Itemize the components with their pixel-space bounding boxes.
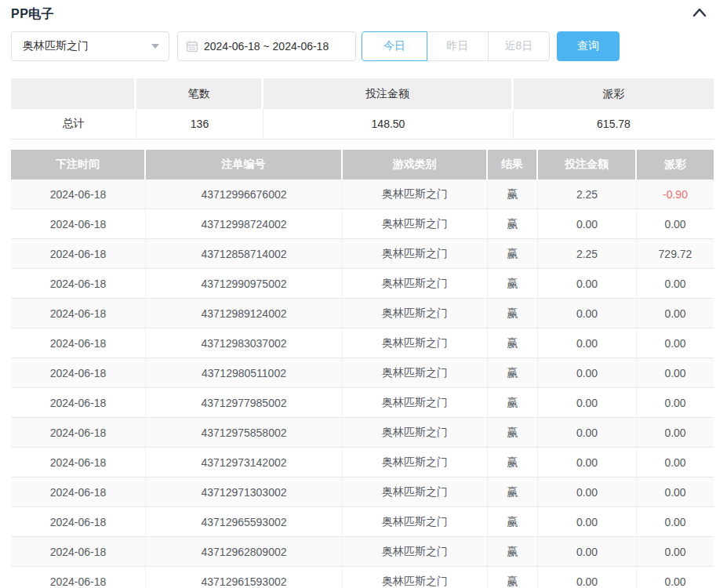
cell-game-category: 奥林匹斯之门 [343, 358, 488, 388]
cell-result: 赢 [488, 477, 538, 507]
cell-payout: 0.00 [637, 269, 714, 299]
table-row: 2024-06-1843712975858002奥林匹斯之门赢0.000.00 [11, 418, 714, 448]
cell-bet-amount: 0.00 [538, 448, 637, 477]
cell-bet-amount: 0.00 [538, 358, 637, 388]
cell-order-number: 43712977985002 [146, 388, 343, 418]
table-row: 2024-06-1843712977985002奥林匹斯之门赢0.000.00 [11, 388, 714, 418]
cell-payout: 0.00 [637, 507, 714, 537]
summary-table: 笔数 投注金额 派彩 总计 136 148.50 615.78 [11, 78, 714, 140]
cell-bet-time: 2024-06-18 [11, 358, 146, 388]
summary-header-payout: 派彩 [514, 78, 714, 109]
summary-total-label: 总计 [11, 109, 136, 140]
cell-result: 赢 [488, 239, 538, 269]
cell-bet-amount: 0.00 [538, 328, 637, 358]
cell-payout: 0.00 [637, 299, 714, 328]
chevron-up-icon [692, 7, 707, 20]
cell-order-number: 43712983037002 [146, 328, 343, 358]
records-body: 2024-06-1843712996676002奥林匹斯之门赢2.25-0.90… [11, 180, 714, 588]
cell-game-category: 奥林匹斯之门 [343, 448, 488, 477]
page-title: PP电子 [11, 7, 54, 20]
cell-game-category: 奥林匹斯之门 [343, 477, 488, 507]
cell-game-category: 奥林匹斯之门 [343, 269, 488, 299]
cell-payout: -0.90 [637, 180, 714, 209]
quick-range-button-group: 今日 昨日 近8日 [362, 31, 550, 61]
cell-order-number: 43712996676002 [146, 180, 343, 209]
today-button[interactable]: 今日 [362, 31, 427, 61]
chevron-down-icon [151, 44, 159, 49]
cell-bet-time: 2024-06-18 [11, 477, 146, 507]
cell-bet-time: 2024-06-18 [11, 537, 146, 567]
cell-payout: 0.00 [637, 567, 714, 588]
cell-result: 赢 [488, 537, 538, 567]
cell-bet-amount: 0.00 [538, 418, 637, 448]
collapse-panel-button[interactable] [691, 5, 708, 22]
cell-game-category: 奥林匹斯之门 [343, 388, 488, 418]
cell-game-category: 奥林匹斯之门 [343, 239, 488, 269]
cell-game-category: 奥林匹斯之门 [343, 180, 488, 209]
table-row: 2024-06-1843712973142002奥林匹斯之门赢0.000.00 [11, 448, 714, 477]
cell-payout: 0.00 [637, 418, 714, 448]
cell-bet-amount: 0.00 [538, 269, 637, 299]
cell-order-number: 43712973142002 [146, 448, 343, 477]
summary-total-count: 136 [136, 109, 264, 140]
cell-game-category: 奥林匹斯之门 [343, 537, 488, 567]
cell-game-category: 奥林匹斯之门 [343, 209, 488, 239]
cell-result: 赢 [488, 388, 538, 418]
cell-game-category: 奥林匹斯之门 [343, 299, 488, 328]
table-row: 2024-06-1843712996676002奥林匹斯之门赢2.25-0.90 [11, 180, 714, 209]
cell-bet-time: 2024-06-18 [11, 328, 146, 358]
cell-order-number: 43712965593002 [146, 507, 343, 537]
cell-order-number: 43712990975002 [146, 269, 343, 299]
cell-result: 赢 [488, 507, 538, 537]
cell-bet-time: 2024-06-18 [11, 388, 146, 418]
cell-bet-time: 2024-06-18 [11, 239, 146, 269]
table-row: 2024-06-1843712965593002奥林匹斯之门赢0.000.00 [11, 507, 714, 537]
summary-total-bet-amount: 148.50 [264, 109, 514, 140]
date-range-input[interactable]: 2024-06-18 ~ 2024-06-18 [177, 31, 356, 61]
pp-electronic-panel: PP电子 奥林匹斯之门 [0, 0, 716, 588]
table-row: 2024-06-1843712989124002奥林匹斯之门赢0.000.00 [11, 299, 714, 328]
cell-bet-time: 2024-06-18 [11, 567, 146, 588]
last-8-days-button[interactable]: 近8日 [488, 31, 550, 61]
cell-payout: 0.00 [637, 358, 714, 388]
query-button[interactable]: 查询 [557, 31, 620, 61]
cell-bet-amount: 2.25 [538, 239, 637, 269]
cell-order-number: 43712998724002 [146, 209, 343, 239]
column-header-order-number: 注单编号 [146, 150, 343, 180]
cell-game-category: 奥林匹斯之门 [343, 328, 488, 358]
summary-header-bet-amount: 投注金额 [264, 78, 514, 109]
cell-result: 赢 [488, 269, 538, 299]
summary-header-count: 笔数 [136, 78, 264, 109]
cell-bet-time: 2024-06-18 [11, 418, 146, 448]
table-row: 2024-06-1843712983037002奥林匹斯之门赢0.000.00 [11, 328, 714, 358]
column-header-bet-amount: 投注金额 [538, 150, 637, 180]
cell-game-category: 奥林匹斯之门 [343, 567, 488, 588]
cell-payout: 0.00 [637, 328, 714, 358]
cell-bet-time: 2024-06-18 [11, 180, 146, 209]
cell-order-number: 43712858714002 [146, 239, 343, 269]
records-table: 下注时间注单编号游戏类别结果投注金额派彩 2024-06-18437129966… [11, 150, 714, 588]
cell-payout: 0.00 [637, 537, 714, 567]
game-select[interactable]: 奥林匹斯之门 [11, 31, 169, 61]
cell-bet-amount: 0.00 [538, 209, 637, 239]
cell-result: 赢 [488, 567, 538, 588]
cell-order-number: 43712962809002 [146, 537, 343, 567]
table-row: 2024-06-1843712962809002奥林匹斯之门赢0.000.00 [11, 537, 714, 567]
column-header-payout: 派彩 [637, 150, 714, 180]
yesterday-button[interactable]: 昨日 [427, 31, 489, 61]
cell-bet-amount: 0.00 [538, 477, 637, 507]
cell-bet-amount: 0.00 [538, 507, 637, 537]
calendar-icon [186, 40, 198, 53]
cell-bet-time: 2024-06-18 [11, 448, 146, 477]
cell-bet-amount: 0.00 [538, 567, 637, 588]
date-range-value: 2024-06-18 ~ 2024-06-18 [204, 40, 329, 53]
cell-bet-time: 2024-06-18 [11, 269, 146, 299]
game-select-value: 奥林匹斯之门 [23, 39, 151, 53]
cell-result: 赢 [488, 328, 538, 358]
cell-result: 赢 [488, 448, 538, 477]
table-row: 2024-06-1843712990975002奥林匹斯之门赢0.000.00 [11, 269, 714, 299]
table-row: 2024-06-1843712998724002奥林匹斯之门赢0.000.00 [11, 209, 714, 239]
records-header-row: 下注时间注单编号游戏类别结果投注金额派彩 [11, 150, 714, 180]
cell-game-category: 奥林匹斯之门 [343, 507, 488, 537]
filter-bar: 奥林匹斯之门 2024-06-18 ~ 2024-06-18 今日 昨日 近8日 [0, 31, 716, 61]
